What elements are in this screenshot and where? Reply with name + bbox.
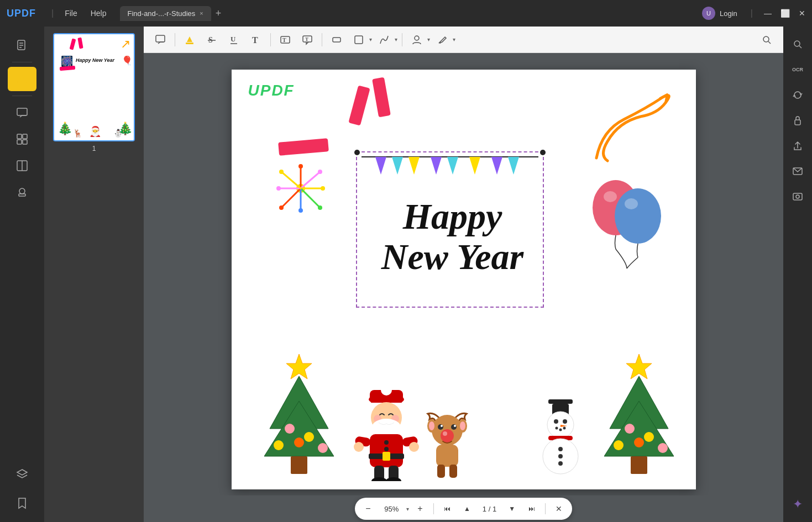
user-tool-btn[interactable] bbox=[407, 30, 427, 50]
minimize-button[interactable]: — bbox=[764, 9, 772, 18]
first-page-button[interactable]: ⏮ bbox=[438, 500, 456, 518]
sidebar-organize-btn[interactable] bbox=[8, 127, 36, 151]
svg-point-12 bbox=[19, 188, 25, 194]
main-area: ↗ 🎆 Happy New Year 🎈 🎄 🎄 🎅 ⛄ 🦌 bbox=[0, 27, 812, 522]
sidebar-split-btn[interactable] bbox=[8, 154, 36, 178]
comment-tool-btn[interactable] bbox=[150, 30, 170, 50]
fireworks bbox=[268, 155, 334, 222]
tree-left bbox=[256, 351, 342, 478]
maximize-button[interactable]: ⬜ bbox=[780, 9, 790, 18]
close-button[interactable]: ✕ bbox=[799, 9, 805, 18]
svg-point-133 bbox=[796, 195, 799, 198]
svg-rect-113 bbox=[449, 465, 457, 478]
svg-marker-53 bbox=[447, 157, 458, 175]
svg-text:T: T bbox=[282, 37, 286, 43]
santa bbox=[353, 387, 420, 481]
tab-title: Find-and-...-r-Studies bbox=[128, 9, 196, 18]
svg-rect-26 bbox=[333, 38, 340, 42]
svg-marker-14 bbox=[17, 470, 27, 475]
svg-point-99 bbox=[386, 477, 401, 481]
thumbnail-image: ↗ 🎆 Happy New Year 🎈 🎄 🎄 🎅 ⛄ 🦌 bbox=[54, 34, 135, 140]
help-menu[interactable]: Help bbox=[84, 7, 113, 20]
right-ocr-btn[interactable]: OCR bbox=[787, 59, 809, 81]
svg-point-110 bbox=[460, 421, 465, 430]
sidebar-pages-btn[interactable] bbox=[8, 33, 36, 57]
pen-tool-group: ▾ bbox=[432, 30, 455, 50]
updf-watermark: UPDF bbox=[248, 82, 295, 99]
svg-point-108 bbox=[429, 421, 434, 430]
svg-rect-5 bbox=[17, 108, 27, 115]
right-screenshot-btn[interactable] bbox=[787, 186, 809, 208]
svg-line-33 bbox=[301, 172, 320, 188]
page-thumbnail[interactable]: ↗ 🎆 Happy New Year 🎈 🎄 🎄 🎅 ⛄ 🦌 bbox=[53, 33, 135, 141]
shape-tool-btn[interactable] bbox=[349, 30, 369, 50]
thumb-text: Happy New Year bbox=[76, 57, 114, 63]
sidebar-stamp-btn[interactable] bbox=[8, 180, 36, 204]
svg-line-30 bbox=[768, 41, 771, 44]
email-icon bbox=[792, 166, 803, 177]
tab-close-icon[interactable]: × bbox=[200, 10, 203, 17]
svg-rect-4 bbox=[17, 81, 27, 83]
svg-point-98 bbox=[371, 477, 387, 481]
orange-swirl bbox=[580, 86, 674, 164]
callout-tool-btn[interactable]: T bbox=[297, 30, 317, 50]
toolbar-sep4 bbox=[402, 33, 402, 46]
svg-rect-132 bbox=[793, 193, 802, 200]
user-tool-group: ▾ bbox=[407, 30, 430, 50]
pen-tool-arrow[interactable]: ▾ bbox=[453, 36, 455, 43]
svg-point-118 bbox=[563, 419, 567, 424]
toolbar-sep3 bbox=[322, 33, 322, 46]
svg-point-117 bbox=[554, 419, 558, 424]
right-share-btn[interactable] bbox=[787, 135, 809, 157]
right-convert-btn[interactable] bbox=[787, 84, 809, 106]
right-search-btn[interactable] bbox=[787, 33, 809, 55]
svg-marker-52 bbox=[431, 157, 442, 175]
svg-point-75 bbox=[644, 432, 654, 442]
screenshot-icon bbox=[792, 191, 803, 202]
highlight-tool-btn[interactable] bbox=[180, 30, 200, 50]
eraser-tool-btn[interactable] bbox=[327, 30, 347, 50]
happy-new-year-text: Happy New Year bbox=[364, 197, 541, 277]
strikethrough-tool-btn[interactable]: S bbox=[202, 30, 222, 50]
textbox-tool-btn[interactable]: T bbox=[275, 30, 295, 50]
prev-page-button[interactable]: ▲ bbox=[458, 500, 476, 518]
sidebar-bookmark-btn[interactable] bbox=[8, 491, 36, 515]
window-controls: — ⬜ ✕ bbox=[764, 9, 805, 18]
right-ai-btn[interactable]: ✦ bbox=[787, 493, 809, 515]
happy-text: Happy bbox=[364, 197, 541, 237]
draw-tool-arrow[interactable]: ▾ bbox=[395, 36, 397, 43]
svg-rect-130 bbox=[795, 120, 800, 125]
document-tab[interactable]: Find-and-...-r-Studies × bbox=[120, 6, 211, 21]
zoom-out-button[interactable]: − bbox=[359, 500, 377, 518]
draw-tool-btn[interactable] bbox=[374, 30, 394, 50]
svg-point-66 bbox=[304, 432, 314, 442]
svg-point-78 bbox=[614, 440, 624, 450]
canvas-area[interactable]: UPDF bbox=[144, 53, 783, 495]
pen-tool-btn[interactable] bbox=[432, 30, 452, 50]
new-tab-button[interactable]: + bbox=[216, 8, 222, 19]
search-toolbar-btn[interactable] bbox=[757, 30, 777, 50]
next-page-button[interactable]: ▼ bbox=[503, 500, 521, 518]
svg-point-44 bbox=[298, 208, 303, 213]
file-menu[interactable]: File bbox=[58, 7, 84, 20]
right-email-btn[interactable] bbox=[787, 160, 809, 182]
sidebar-highlight-btn[interactable] bbox=[8, 67, 36, 91]
svg-point-45 bbox=[279, 205, 284, 210]
underline-tool-btn[interactable]: U bbox=[224, 30, 244, 50]
zoom-in-button[interactable]: + bbox=[411, 500, 429, 518]
svg-point-59 bbox=[615, 188, 661, 244]
last-page-button[interactable]: ⏭ bbox=[523, 500, 541, 518]
login-button[interactable]: Login bbox=[720, 9, 737, 18]
svg-point-65 bbox=[285, 424, 295, 434]
sidebar-layers-btn[interactable] bbox=[8, 462, 36, 487]
zoom-control-group: − 95% ▾ + ⏮ ▲ 1 / 1 ▼ ⏭ ✕ bbox=[355, 498, 572, 520]
sidebar-comment-btn[interactable] bbox=[8, 101, 36, 125]
user-tool-arrow[interactable]: ▾ bbox=[427, 36, 430, 43]
text-t-tool-btn[interactable]: T bbox=[246, 30, 266, 50]
shape-tool-arrow[interactable]: ▾ bbox=[369, 36, 372, 43]
zoom-dropdown-arrow[interactable]: ▾ bbox=[406, 506, 409, 512]
svg-rect-9 bbox=[23, 140, 27, 144]
svg-marker-61 bbox=[286, 354, 312, 379]
close-search-button[interactable]: ✕ bbox=[550, 500, 568, 518]
right-protect-btn[interactable] bbox=[787, 109, 809, 131]
